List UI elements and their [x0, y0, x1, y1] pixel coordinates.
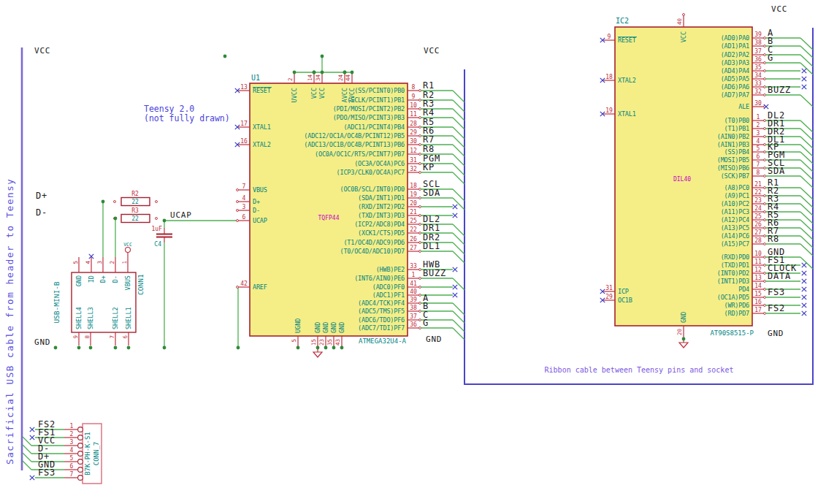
gnd-symbol	[313, 352, 322, 357]
conn1-ref[interactable]: CONN1	[137, 274, 145, 295]
pin-number: 10	[410, 102, 417, 109]
pin-name-gnd: GND	[75, 275, 83, 286]
pin-name-pd4: PD4	[738, 286, 749, 293]
pin-number: 3	[96, 261, 103, 264]
net-label-fs2[interactable]: FS2	[768, 303, 785, 313]
net-label-dr1[interactable]: DR1	[423, 223, 440, 233]
pin-name-gnd: GND	[330, 322, 337, 333]
r3-value[interactable]: 22	[131, 215, 139, 222]
gnd-label-right[interactable]: GND	[426, 335, 442, 344]
pin-name-(ad6)pa6: (AD6)PA6	[721, 83, 749, 91]
pin-name-(ain1)pb3: (AIN1)PB3	[717, 141, 749, 148]
pin-number: 24	[337, 74, 344, 81]
pin-number: 23	[754, 197, 762, 204]
net-label-fs3[interactable]: FS3	[38, 467, 56, 478]
pin-number: 41	[410, 280, 417, 287]
net-label-sda[interactable]: SDA	[423, 188, 440, 198]
junction-dot	[102, 200, 105, 204]
pin-name-(oc0b/scl/int0)pd0: (OC0B/SCL/INT0)PD0	[340, 186, 405, 193]
ic2-ref[interactable]: IC2	[616, 17, 629, 25]
net-label-ucap[interactable]: UCAP	[170, 210, 192, 220]
pin-name-(adc12/oc1a/oc4b/pcint12)pb5: (ADC12/OC1A/OC4B/PCINT12)PB5	[304, 132, 405, 140]
pin-number: 33	[754, 80, 762, 87]
junction-dot	[313, 71, 316, 75]
net-label-kp[interactable]: KP	[423, 162, 435, 172]
pin-name-(t1)pb1: (T1)PB1	[724, 125, 750, 132]
net-label-r8[interactable]: R8	[768, 234, 779, 244]
u1-value[interactable]: ATMEGA32U4-A	[359, 337, 407, 345]
pin-name-(adc11/pcint4)pb4: (ADC11/PCINT4)PB4	[343, 123, 405, 131]
pin-name-icp: ICP	[618, 288, 629, 295]
pin-number: 5	[291, 339, 297, 343]
junction-dot	[54, 346, 58, 350]
net-label-g[interactable]: G	[423, 318, 429, 328]
net-label-dl1[interactable]: DL1	[423, 241, 440, 251]
r2-ref[interactable]: R2	[131, 191, 139, 197]
pin-name-(oc3a/oc4a)pc6: (OC3A/OC4A)PC6	[354, 160, 405, 167]
pin-number: 6	[70, 463, 74, 470]
pin-name-d-: D-	[253, 207, 260, 214]
vcc-label-ic2[interactable]: VCC	[771, 4, 787, 14]
net-label-r4[interactable]: R4	[423, 107, 435, 118]
net-label-sda[interactable]: SDA	[768, 166, 785, 176]
pin-name-(txd/int3)pd3: (TXD/INT3)PD3	[358, 212, 405, 219]
net-label-r1[interactable]: R1	[423, 80, 435, 91]
r3-ref[interactable]: R3	[131, 207, 139, 214]
pin-name-(pdi/mosi/pcint2)pb2: (PDI/MOSI/PCINT2)PB2	[333, 105, 405, 112]
wire	[23, 461, 31, 470]
r2-value[interactable]: 22	[131, 199, 139, 205]
net-label-fs3[interactable]: FS3	[768, 287, 785, 297]
pin-number: 20	[410, 200, 417, 207]
teensy-note-line2: (not fully drawn)	[144, 113, 230, 123]
pin-number: 8	[757, 169, 760, 176]
pin-number: 9	[72, 335, 79, 339]
conn7-value[interactable]: B7K-PH-K-S1	[84, 432, 91, 476]
net-label-buzz[interactable]: BUZZ	[768, 85, 791, 95]
u1-ref[interactable]: U1	[251, 74, 260, 82]
pin-number: 23	[318, 339, 325, 345]
schematic-canvas: U1ATMEGA32U4-ATQFP44IC2AT90S8515-PDIL401…	[0, 0, 826, 504]
pin-name-(int6/ain0)pe6: (INT6/AIN0)PE6	[354, 275, 405, 282]
net-label-d-[interactable]: D-	[36, 207, 47, 218]
net-label-g[interactable]: G	[768, 53, 773, 63]
net-label-r8[interactable]: R8	[423, 144, 435, 154]
pin-tip	[237, 220, 239, 222]
net-label-data[interactable]: DATA	[768, 271, 791, 281]
pin-name-(wr)pd6: (WR)PD6	[724, 302, 750, 309]
vcc-label-left[interactable]: VCC	[34, 46, 50, 56]
pin-number: 25	[754, 213, 762, 220]
pin-number: 12	[410, 148, 417, 154]
pin-number: 14	[307, 74, 313, 81]
pin-number: 32	[410, 166, 417, 172]
pin-tip	[237, 286, 239, 289]
net-label-buzz[interactable]: BUZZ	[423, 268, 446, 278]
conn1-value[interactable]: USB-MINI-B	[53, 281, 61, 323]
pin-name-gnd: GND	[680, 312, 687, 323]
pin-name-shell3: SHELL3	[87, 307, 94, 329]
gnd-label-left[interactable]: GND	[34, 337, 50, 347]
pin-number: 29	[410, 129, 417, 136]
junction-dot	[351, 71, 354, 75]
net-label-d+[interactable]: D+	[36, 191, 47, 201]
pin-name-ucap: UCAP	[253, 217, 267, 224]
pin-number: 2	[287, 77, 294, 81]
pin-number: 26	[754, 221, 762, 228]
pin-tip	[114, 201, 116, 203]
conn7-pad	[78, 459, 83, 465]
net-label-r7[interactable]: R7	[423, 134, 435, 145]
pin-number: 35	[754, 64, 762, 71]
vcc-label-right[interactable]: VCC	[424, 46, 440, 56]
pin-number: 36	[754, 56, 762, 63]
pin-number: 5	[72, 261, 79, 264]
c4-ref[interactable]: C4	[154, 241, 161, 248]
pin-name-(adc7/tdi)pf7: (ADC7/TDI)PF7	[358, 324, 405, 332]
c4-value[interactable]: 1uF	[152, 226, 163, 232]
ic2-value[interactable]: AT90S8515-P	[710, 329, 754, 337]
conn7-pad	[78, 435, 83, 440]
conn7-ref[interactable]: CONN_7	[93, 442, 100, 466]
junction-dot	[77, 346, 81, 350]
usb-cable-note: Sacrificial USB cable from header to Tee…	[4, 178, 15, 465]
gnd-label-ic2[interactable]: GND	[768, 329, 784, 338]
junction-dot	[163, 346, 167, 350]
pin-name-(oc0a/oc1c/rts/pcint7)pb7: (OC0A/OC1C/RTS/PCINT7)PB7	[315, 150, 405, 158]
